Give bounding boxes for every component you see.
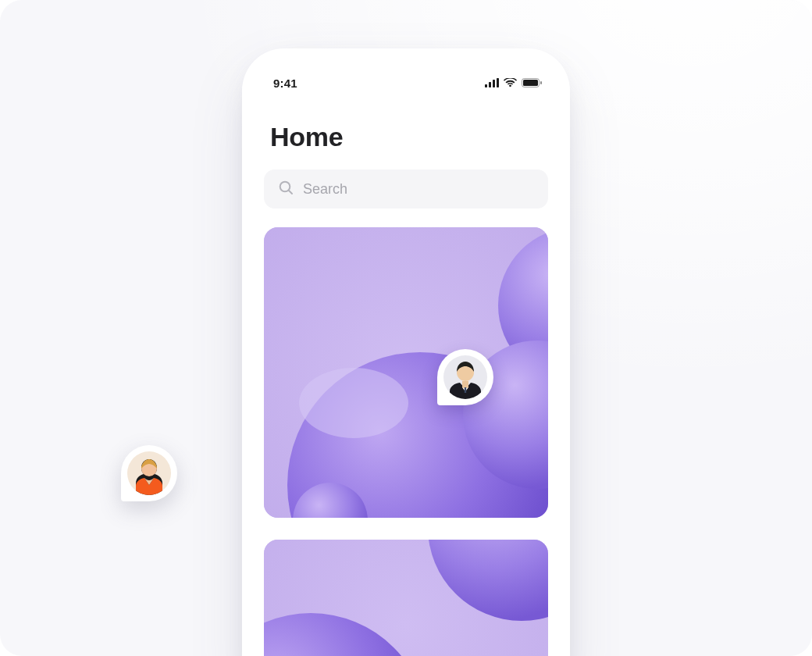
card-art-purple-blobs (264, 227, 548, 518)
feed-list (264, 227, 548, 656)
avatar-man (443, 355, 487, 399)
status-icons (485, 78, 542, 87)
svg-rect-5 (497, 78, 499, 87)
svg-line-10 (289, 191, 292, 194)
wifi-icon (504, 78, 517, 87)
svg-point-16 (299, 368, 408, 438)
search-icon (278, 180, 294, 198)
page-title: Home (242, 95, 570, 152)
status-time: 9:41 (273, 77, 297, 90)
search-input[interactable] (303, 181, 534, 198)
battery-full-icon (522, 78, 542, 87)
svg-rect-7 (523, 80, 538, 86)
card-avatar-pin[interactable] (437, 349, 493, 405)
svg-rect-4 (493, 80, 495, 87)
floating-avatar-pin[interactable] (121, 445, 177, 501)
presentation-canvas: 9:41 (0, 0, 812, 656)
status-bar: 9:41 (242, 48, 570, 95)
svg-rect-2 (485, 84, 487, 87)
svg-rect-19 (465, 387, 466, 393)
svg-rect-8 (540, 81, 542, 84)
cellular-signal-icon (485, 78, 499, 87)
card-art-purple-blobs (264, 540, 548, 656)
phone-frame: 9:41 (242, 48, 570, 656)
feed-card[interactable] (264, 540, 548, 656)
avatar-woman (127, 451, 171, 495)
svg-rect-3 (489, 82, 491, 87)
search-bar[interactable] (264, 169, 548, 209)
feed-card[interactable] (264, 227, 548, 518)
